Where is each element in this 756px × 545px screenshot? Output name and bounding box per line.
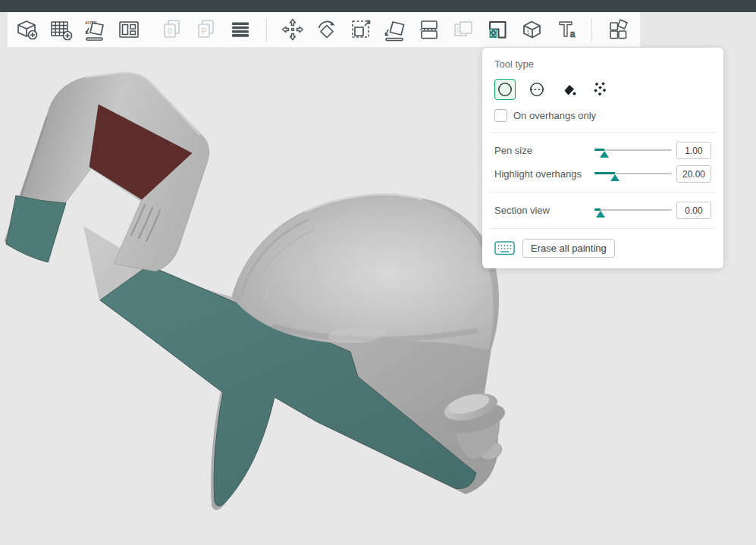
toolbar-separator <box>591 18 592 41</box>
slider-handle[interactable] <box>596 211 605 218</box>
pen-size-row: Pen size 1.00 <box>494 139 711 162</box>
arrange-icon[interactable] <box>115 16 143 43</box>
panel-divider <box>490 132 716 133</box>
keyboard-shortcut-icon[interactable] <box>494 240 516 256</box>
section-view-slider[interactable] <box>594 205 672 217</box>
slider-handle[interactable] <box>610 174 620 181</box>
seam-painting-icon[interactable] <box>518 16 545 43</box>
tool-gap-fill[interactable] <box>590 79 611 100</box>
support-painting-icon[interactable] <box>484 16 511 43</box>
highlight-overhangs-value[interactable]: 20.00 <box>676 165 711 183</box>
move-icon[interactable] <box>279 16 306 43</box>
erase-row: Erase all painting <box>494 236 711 259</box>
highlight-overhangs-slider[interactable] <box>594 168 672 180</box>
text-shape-icon[interactable]: a <box>552 16 579 43</box>
highlight-overhangs-row: Highlight overhangs 20.00 <box>494 162 711 186</box>
arm-tip-teal <box>6 196 66 262</box>
svg-text:0: 0 <box>168 27 172 36</box>
split-to-parts-icon[interactable]: P <box>193 16 220 43</box>
title-bar <box>0 0 756 12</box>
printed-model <box>5 73 508 510</box>
circle-tool-icon <box>496 80 514 99</box>
panel-title: Tool type <box>494 58 711 70</box>
erase-all-painting-button[interactable]: Erase all painting <box>522 239 615 258</box>
tool-fill[interactable] <box>558 79 579 100</box>
toolbar-separator <box>266 18 267 41</box>
svg-text:P: P <box>201 27 206 36</box>
highlight-overhangs-label: Highlight overhangs <box>494 168 590 180</box>
assembly-view-icon[interactable] <box>604 16 632 43</box>
auto-orient-icon[interactable]: AUTO <box>81 16 108 43</box>
pen-size-slider[interactable] <box>594 145 672 157</box>
tool-circle[interactable] <box>494 79 516 100</box>
app-window: AUTO 0 P <box>0 0 756 545</box>
slider-track <box>594 209 672 211</box>
model-bowl <box>232 194 494 350</box>
section-view-row: Section view 0.00 <box>494 199 711 222</box>
variable-layer-height-icon[interactable] <box>227 16 254 43</box>
panel-divider <box>490 192 716 193</box>
on-overhangs-only-row[interactable]: On overhangs only <box>494 109 711 122</box>
section-view-label: Section view <box>494 205 590 216</box>
add-object-icon[interactable] <box>13 16 40 43</box>
support-paint-panel: Tool type <box>482 48 723 268</box>
pen-size-label: Pen size <box>494 145 590 156</box>
tool-type-row <box>494 79 711 100</box>
on-overhangs-only-label: On overhangs only <box>513 110 596 121</box>
split-to-objects-icon[interactable]: 0 <box>158 16 186 43</box>
on-overhangs-only-checkbox[interactable] <box>494 109 507 122</box>
add-plate-icon[interactable] <box>47 16 74 43</box>
main-toolbar: AUTO 0 P <box>8 12 640 47</box>
sphere-tool-icon <box>528 80 546 99</box>
rotate-icon[interactable] <box>313 16 340 43</box>
fill-tool-icon <box>560 80 578 99</box>
cut-icon[interactable] <box>416 16 443 43</box>
svg-text:a: a <box>570 29 576 39</box>
gap-fill-tool-icon <box>591 80 610 99</box>
section-view-value[interactable]: 0.00 <box>676 202 711 219</box>
scale-icon[interactable] <box>347 16 375 43</box>
pen-size-value[interactable]: 1.00 <box>676 142 711 159</box>
tool-sphere[interactable] <box>526 79 547 100</box>
mesh-boolean-icon[interactable] <box>450 16 477 43</box>
place-on-face-icon[interactable] <box>381 16 409 43</box>
panel-divider <box>490 228 716 229</box>
slider-handle[interactable] <box>600 151 609 158</box>
